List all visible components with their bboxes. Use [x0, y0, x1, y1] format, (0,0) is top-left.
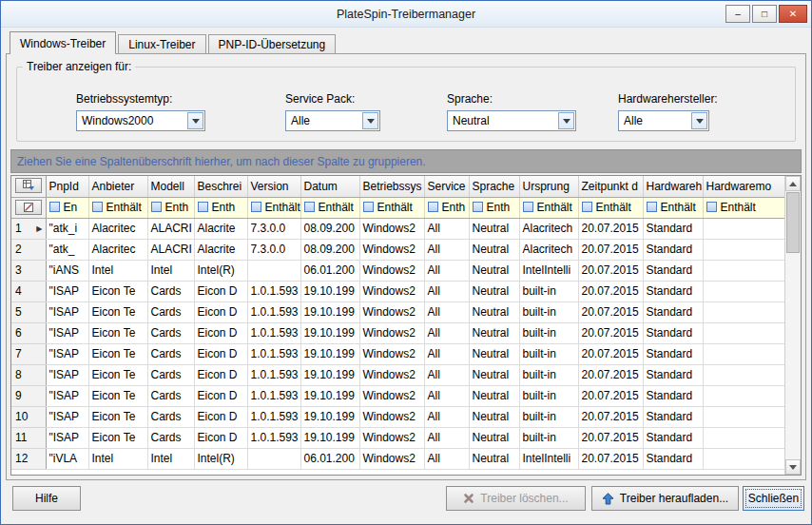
column-header-hardwareh[interactable]: Hardwareh — [643, 176, 703, 197]
cell-hardwaremo[interactable] — [703, 301, 784, 322]
cell-datum[interactable]: 19.10.199 — [300, 343, 359, 364]
cell-anbieter[interactable]: Alacritec — [88, 218, 147, 239]
cell-sprache[interactable]: Neutral — [469, 301, 519, 322]
row-header-4[interactable]: 4 — [11, 281, 46, 301]
cell-betriebssys[interactable]: Windows2 — [359, 322, 424, 343]
cell-version[interactable]: 1.0.1.593 — [247, 301, 300, 322]
cell-ursprung[interactable]: IntelIntelli — [519, 260, 578, 281]
filter-cell-sprache[interactable]: Enth — [469, 197, 519, 218]
cell-modell[interactable]: Intel — [147, 448, 194, 469]
close-window-button[interactable]: ✕ — [779, 5, 807, 23]
cell-ursprung[interactable]: built-in — [519, 406, 578, 427]
filter-cell-ursprung[interactable]: Enthält — [519, 197, 578, 218]
filter-condition-icon[interactable] — [647, 202, 657, 212]
row-header-1[interactable]: 1▶ — [11, 218, 46, 239]
cell-pnpid[interactable]: "iANS — [46, 260, 88, 281]
cell-hardwaremo[interactable] — [703, 406, 784, 427]
cell-version[interactable]: 1.0.1.593 — [247, 343, 300, 364]
cell-datum[interactable]: 19.10.199 — [300, 406, 359, 427]
cell-datum[interactable]: 06.01.200 — [300, 260, 359, 281]
cell-sprache[interactable]: Neutral — [469, 448, 519, 469]
cell-sprache[interactable]: Neutral — [469, 281, 519, 301]
scroll-up-button[interactable] — [785, 176, 801, 191]
delete-driver-button[interactable]: Treiber löschen... — [446, 486, 586, 511]
help-button[interactable]: Hilfe — [12, 486, 81, 511]
cell-hardwareh[interactable]: Standard — [643, 427, 703, 448]
cell-anbieter[interactable]: Intel — [88, 448, 147, 469]
cell-sprache[interactable]: Neutral — [469, 343, 519, 364]
cell-modell[interactable]: ALACRI — [147, 218, 194, 239]
cell-ursprung[interactable]: built-in — [519, 301, 578, 322]
column-header-modell[interactable]: Modell — [147, 176, 194, 197]
cell-sprache[interactable]: Neutral — [469, 239, 519, 260]
cell-datum[interactable]: 19.10.199 — [300, 301, 359, 322]
cell-ursprung[interactable]: IntelIntelli — [519, 448, 578, 469]
cell-hardwaremo[interactable] — [703, 364, 784, 385]
cell-version[interactable]: 1.0.1.593 — [247, 281, 300, 301]
cell-zeitpunkt-d[interactable]: 20.07.2015 — [578, 281, 643, 301]
cell-modell[interactable]: ALACRI — [147, 239, 194, 260]
filter-cell-hardwareh[interactable]: Enthält — [643, 197, 703, 218]
cell-hardwaremo[interactable] — [703, 343, 784, 364]
cell-beschrei[interactable]: Intel(R) — [194, 448, 247, 469]
cell-modell[interactable]: Cards — [147, 385, 194, 406]
filter-cell-hardwaremo[interactable]: Enthält — [703, 197, 784, 218]
cell-sprache[interactable]: Neutral — [469, 260, 519, 281]
cell-pnpid[interactable]: "ISAP — [46, 301, 88, 322]
cell-version[interactable] — [247, 260, 300, 281]
row-header-12[interactable]: 12 — [11, 448, 46, 469]
filter-condition-icon[interactable] — [582, 202, 592, 212]
cell-ursprung[interactable]: Alacritech — [519, 218, 578, 239]
cell-beschrei[interactable]: Eicon D — [194, 406, 247, 427]
cell-datum[interactable]: 19.10.199 — [300, 385, 359, 406]
cell-anbieter[interactable]: Alacritec — [88, 239, 147, 260]
cell-betriebssys[interactable]: Windows2 — [359, 343, 424, 364]
filter-cell-datum[interactable]: Enthält — [300, 197, 359, 218]
cell-anbieter[interactable]: Eicon Te — [88, 406, 147, 427]
chevron-down-icon[interactable] — [691, 112, 707, 129]
cell-zeitpunkt-d[interactable]: 20.07.2015 — [578, 364, 643, 385]
cell-anbieter[interactable]: Eicon Te — [88, 301, 147, 322]
cell-version[interactable]: 1.0.1.593 — [247, 427, 300, 448]
close-dialog-button[interactable]: Schließen — [743, 486, 804, 511]
row-header-7[interactable]: 7 — [11, 343, 46, 364]
cell-service[interactable]: All — [424, 322, 469, 343]
filter-condition-icon[interactable] — [49, 202, 60, 212]
clear-filter-button[interactable] — [15, 200, 42, 215]
title-bar[interactable]: PlateSpin-Treibermanager – □ ✕ — [1, 1, 811, 28]
cell-anbieter[interactable]: Eicon Te — [88, 281, 147, 301]
cell-zeitpunkt-d[interactable]: 20.07.2015 — [578, 427, 643, 448]
row-header-6[interactable]: 6 — [11, 322, 46, 343]
cell-anbieter[interactable]: Eicon Te — [88, 385, 147, 406]
cell-pnpid[interactable]: "iVLA — [46, 448, 88, 469]
cell-zeitpunkt-d[interactable]: 20.07.2015 — [578, 406, 643, 427]
cell-hardwareh[interactable]: Standard — [643, 406, 703, 427]
row-header-8[interactable]: 8 — [11, 364, 46, 385]
column-chooser-button[interactable] — [15, 178, 42, 193]
cell-anbieter[interactable]: Eicon Te — [88, 343, 147, 364]
cell-service[interactable]: All — [424, 406, 469, 427]
cell-ursprung[interactable]: built-in — [519, 343, 578, 364]
cell-service[interactable]: All — [424, 364, 469, 385]
cell-pnpid[interactable]: "ISAP — [46, 427, 88, 448]
cell-version[interactable]: 1.0.1.593 — [247, 385, 300, 406]
cell-betriebssys[interactable]: Windows2 — [359, 218, 424, 239]
chevron-down-icon[interactable] — [558, 112, 574, 129]
cell-sprache[interactable]: Neutral — [469, 322, 519, 343]
cell-modell[interactable]: Intel — [147, 260, 194, 281]
tab-windows-treiber[interactable]: Windows-Treiber — [10, 31, 116, 53]
cell-modell[interactable]: Cards — [147, 364, 194, 385]
row-header-2[interactable]: 2 — [11, 239, 46, 260]
cell-hardwaremo[interactable] — [703, 385, 784, 406]
cell-pnpid[interactable]: "ISAP — [46, 343, 88, 364]
cell-version[interactable]: 7.3.0.0 — [247, 218, 300, 239]
cell-pnpid[interactable]: "atk_ — [46, 239, 88, 260]
column-header-betriebssys[interactable]: Betriebssys — [359, 176, 424, 197]
cell-pnpid[interactable]: "ISAP — [46, 281, 88, 301]
cell-beschrei[interactable]: Eicon D — [194, 281, 247, 301]
cell-beschrei[interactable]: Eicon D — [194, 301, 247, 322]
cell-version[interactable]: 7.3.0.0 — [247, 239, 300, 260]
cell-zeitpunkt-d[interactable]: 20.07.2015 — [578, 239, 643, 260]
cell-ursprung[interactable]: built-in — [519, 322, 578, 343]
filter-condition-icon[interactable] — [428, 202, 438, 212]
